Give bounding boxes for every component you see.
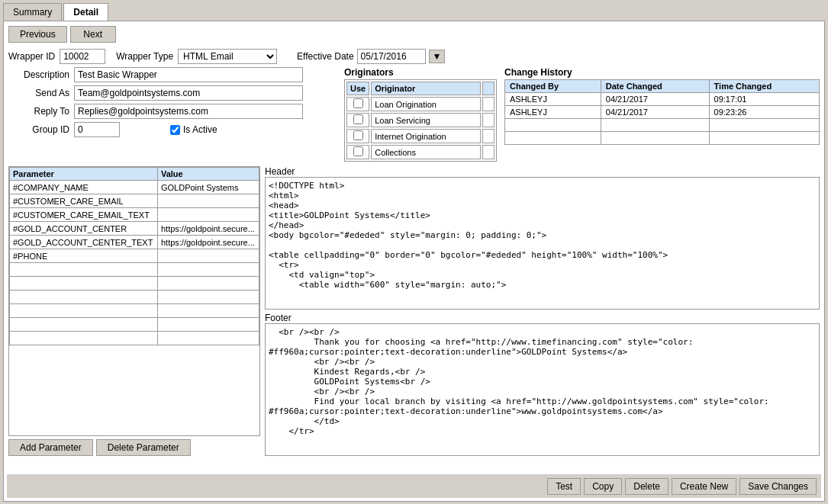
- html-section: Header Footer: [265, 166, 820, 456]
- param-row: #PHONE: [10, 249, 259, 263]
- header-section: Header: [265, 166, 820, 310]
- param-row: #GOLD_ACCOUNT_CENTER_TEXThttps://goldpoi…: [10, 236, 259, 249]
- ch-date: 04/21/2017: [601, 106, 709, 119]
- originators-table: Use Originator Loan OriginationLoan Serv…: [344, 79, 497, 162]
- ch-col-time: Time Changed: [709, 80, 819, 93]
- tab-summary[interactable]: Summary: [3, 3, 62, 21]
- param-value-cell: GOLDPoint Systems: [157, 181, 259, 194]
- param-row: #CUSTOMER_CARE_EMAIL: [10, 194, 259, 208]
- orig-use-cell: [346, 97, 369, 111]
- param-table-container[interactable]: Parameter Value #COMPANY_NAMEGOLDPoint S…: [8, 166, 260, 436]
- group-id-input[interactable]: [74, 122, 120, 137]
- ch-time: 09:17:01: [709, 93, 819, 106]
- param-col-value: Value: [157, 168, 259, 181]
- effective-date-section: Effective Date ▼: [297, 49, 445, 64]
- group-id-label: Group ID: [8, 124, 69, 135]
- param-name-cell: #CUSTOMER_CARE_EMAIL: [10, 194, 158, 208]
- header-textarea[interactable]: [265, 177, 820, 310]
- param-name-cell: [10, 263, 158, 277]
- date-dropdown-icon[interactable]: ▼: [429, 50, 446, 63]
- create-new-button[interactable]: Create New: [672, 478, 736, 495]
- is-active-checkbox[interactable]: [170, 125, 180, 135]
- param-section: Parameter Value #COMPANY_NAMEGOLDPoint S…: [8, 166, 260, 456]
- param-name-cell: #PHONE: [10, 249, 158, 263]
- wrapper-type-select[interactable]: HTML Email: [178, 49, 277, 64]
- footer-textarea[interactable]: [265, 323, 820, 456]
- footer-label: Footer: [265, 313, 820, 323]
- next-button[interactable]: Next: [70, 26, 116, 43]
- orig-use-cell: [346, 129, 369, 143]
- footer-section: Footer: [265, 313, 820, 456]
- orig-use-checkbox[interactable]: [353, 98, 363, 108]
- param-value-cell: [157, 194, 259, 208]
- param-value-cell: [157, 304, 259, 318]
- param-name-cell: [10, 291, 158, 304]
- ch-row: ASHLEYJ04/21/201709:23:26: [505, 106, 820, 119]
- orig-use-checkbox[interactable]: [353, 130, 363, 140]
- bottom-toolbar: Test Copy Delete Create New Save Changes: [7, 474, 821, 498]
- param-row: [10, 277, 259, 291]
- param-value-cell: [157, 208, 259, 222]
- param-value-cell: https://goldpoint.secure...: [157, 222, 259, 236]
- change-history-label: Change History: [504, 67, 820, 78]
- param-row: [10, 304, 259, 318]
- ch-changed-by: ASHLEYJ: [505, 93, 601, 106]
- param-row: #CUSTOMER_CARE_EMAIL_TEXT: [10, 208, 259, 222]
- orig-name-cell: Loan Origination: [371, 97, 481, 111]
- copy-button[interactable]: Copy: [584, 478, 622, 495]
- delete-button[interactable]: Delete: [625, 478, 669, 495]
- orig-use-cell: [346, 113, 369, 127]
- param-name-cell: [10, 277, 158, 291]
- param-value-cell: [157, 332, 259, 345]
- orig-use-checkbox[interactable]: [353, 114, 363, 124]
- ch-col-changed-by: Changed By: [505, 80, 601, 93]
- originators-section: Originators Use Originator Loan Originat…: [344, 67, 497, 162]
- tab-detail[interactable]: Detail: [63, 3, 108, 21]
- ch-row: ASHLEYJ04/21/201709:17:01: [505, 93, 820, 106]
- param-value-cell: [157, 291, 259, 304]
- param-row: #COMPANY_NAMEGOLDPoint Systems: [10, 181, 259, 194]
- previous-button[interactable]: Previous: [8, 26, 67, 43]
- reply-to-input[interactable]: [74, 104, 303, 119]
- orig-use-checkbox[interactable]: [353, 146, 363, 156]
- save-changes-button[interactable]: Save Changes: [739, 478, 817, 495]
- orig-col-scroll: [482, 82, 495, 95]
- param-name-cell: #CUSTOMER_CARE_EMAIL_TEXT: [10, 208, 158, 222]
- is-active-label: Is Active: [183, 124, 217, 135]
- orig-spacer: [482, 113, 495, 127]
- param-row: [10, 291, 259, 304]
- toolbar: Previous Next: [8, 26, 820, 43]
- effective-date-input[interactable]: [357, 49, 426, 64]
- orig-row: Loan Origination: [346, 97, 495, 111]
- add-parameter-button[interactable]: Add Parameter: [8, 439, 93, 456]
- param-col-param: Parameter: [10, 168, 158, 181]
- orig-col-name: Originator: [371, 82, 481, 95]
- wrapper-id-input[interactable]: [60, 49, 105, 64]
- param-value-cell: [157, 263, 259, 277]
- ch-time: 09:23:26: [709, 106, 819, 119]
- originators-label: Originators: [344, 67, 497, 78]
- send-as-input[interactable]: [74, 85, 303, 101]
- send-as-label: Send As: [8, 88, 69, 98]
- orig-name-cell: Loan Servicing: [371, 113, 481, 127]
- param-value-cell: [157, 249, 259, 263]
- orig-use-cell: [346, 145, 369, 159]
- orig-col-use: Use: [346, 82, 369, 95]
- left-fields: Description Send As Reply To Group ID Is…: [8, 67, 337, 162]
- wrapper-id-label: Wrapper ID: [8, 51, 55, 62]
- ch-date: 04/21/2017: [601, 93, 709, 106]
- orig-row: Collections: [346, 145, 495, 159]
- description-input[interactable]: [74, 67, 303, 82]
- param-name-cell: [10, 318, 158, 332]
- main-content: Previous Next Wrapper ID Wrapper Type HT…: [3, 21, 825, 502]
- ch-changed-by: ASHLEYJ: [505, 106, 601, 119]
- delete-parameter-button[interactable]: Delete Parameter: [96, 439, 191, 456]
- reply-to-label: Reply To: [8, 106, 69, 117]
- param-row: [10, 263, 259, 277]
- orig-row: Loan Servicing: [346, 113, 495, 127]
- param-row: [10, 318, 259, 332]
- test-button[interactable]: Test: [547, 478, 581, 495]
- wrapper-id-row: Wrapper ID Wrapper Type HTML Email Effec…: [8, 49, 820, 64]
- orig-spacer: [482, 97, 495, 111]
- param-name-cell: #GOLD_ACCOUNT_CENTER: [10, 222, 158, 236]
